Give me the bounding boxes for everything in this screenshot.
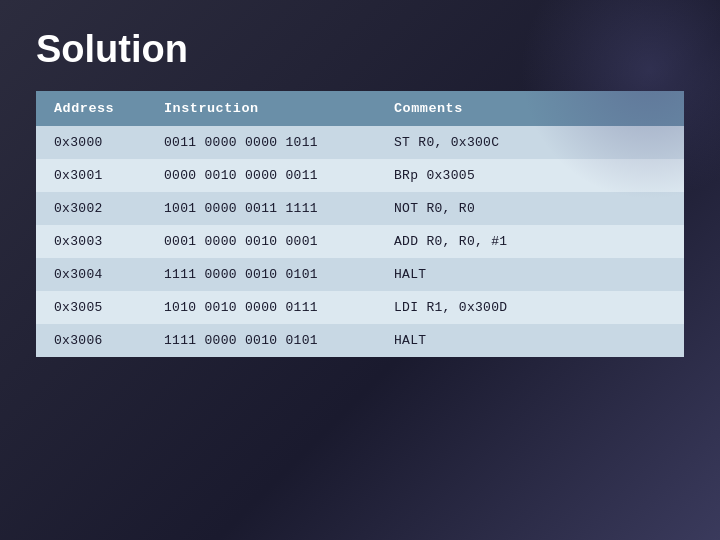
cell-address: 0x3006 bbox=[36, 324, 146, 357]
cell-address: 0x3005 bbox=[36, 291, 146, 324]
header-instruction: Instruction bbox=[146, 91, 376, 126]
cell-instruction: 1111 0000 0010 0101 bbox=[146, 324, 376, 357]
table-row: 0x30051010 0010 0000 0111LDI R1, 0x300D bbox=[36, 291, 684, 324]
cell-address: 0x3002 bbox=[36, 192, 146, 225]
table-row: 0x30010000 0010 0000 0011BRp 0x3005 bbox=[36, 159, 684, 192]
table-header-row: Address Instruction Comments bbox=[36, 91, 684, 126]
cell-instruction: 0011 0000 0000 1011 bbox=[146, 126, 376, 159]
cell-address: 0x3004 bbox=[36, 258, 146, 291]
table-row: 0x30030001 0000 0010 0001ADD R0, R0, #1 bbox=[36, 225, 684, 258]
page-title: Solution bbox=[0, 0, 720, 91]
cell-instruction: 1111 0000 0010 0101 bbox=[146, 258, 376, 291]
cell-comments: BRp 0x3005 bbox=[376, 159, 684, 192]
cell-instruction: 1010 0010 0000 0111 bbox=[146, 291, 376, 324]
cell-comments: HALT bbox=[376, 324, 684, 357]
cell-comments: ST R0, 0x300C bbox=[376, 126, 684, 159]
main-table-container: Address Instruction Comments 0x30000011 … bbox=[36, 91, 684, 357]
cell-comments: LDI R1, 0x300D bbox=[376, 291, 684, 324]
cell-comments: ADD R0, R0, #1 bbox=[376, 225, 684, 258]
solution-table: Address Instruction Comments 0x30000011 … bbox=[36, 91, 684, 357]
header-address: Address bbox=[36, 91, 146, 126]
header-comments: Comments bbox=[376, 91, 684, 126]
cell-address: 0x3001 bbox=[36, 159, 146, 192]
cell-instruction: 0000 0010 0000 0011 bbox=[146, 159, 376, 192]
table-row: 0x30061111 0000 0010 0101HALT bbox=[36, 324, 684, 357]
cell-comments: HALT bbox=[376, 258, 684, 291]
cell-instruction: 1001 0000 0011 1111 bbox=[146, 192, 376, 225]
cell-comments: NOT R0, R0 bbox=[376, 192, 684, 225]
table-row: 0x30021001 0000 0011 1111NOT R0, R0 bbox=[36, 192, 684, 225]
cell-address: 0x3003 bbox=[36, 225, 146, 258]
cell-address: 0x3000 bbox=[36, 126, 146, 159]
table-row: 0x30041111 0000 0010 0101HALT bbox=[36, 258, 684, 291]
table-row: 0x30000011 0000 0000 1011ST R0, 0x300C bbox=[36, 126, 684, 159]
cell-instruction: 0001 0000 0010 0001 bbox=[146, 225, 376, 258]
